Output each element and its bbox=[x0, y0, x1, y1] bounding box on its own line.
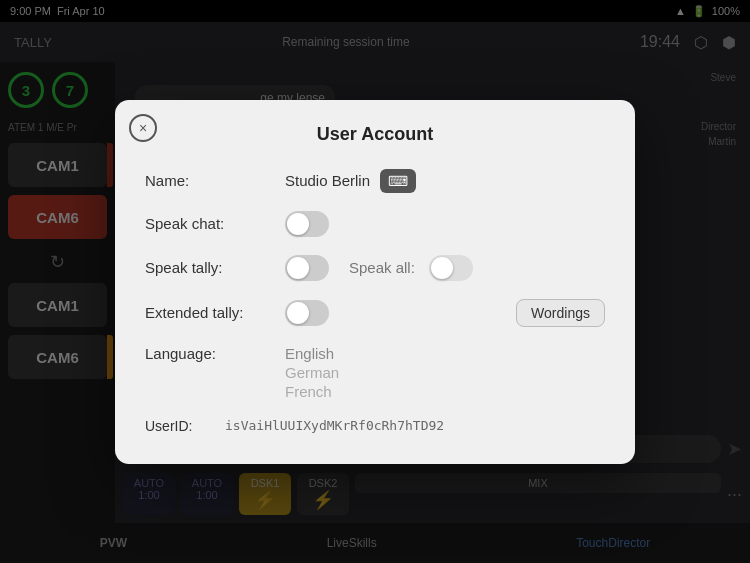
keyboard-button[interactable]: ⌨ bbox=[380, 169, 416, 193]
speak-all-toggle[interactable] bbox=[429, 255, 473, 281]
lang-german[interactable]: German bbox=[285, 364, 339, 381]
ext-tally-right: Wordings bbox=[516, 299, 605, 327]
name-row: Name: Studio Berlin ⌨ bbox=[145, 169, 605, 193]
user-account-modal: × User Account Name: Studio Berlin ⌨ Spe… bbox=[115, 100, 635, 464]
language-options: English German French bbox=[285, 345, 339, 400]
language-row: Language: English German French bbox=[145, 345, 605, 400]
speak-tally-label: Speak tally: bbox=[145, 259, 285, 276]
lang-english[interactable]: English bbox=[285, 345, 339, 362]
extended-tally-label: Extended tally: bbox=[145, 304, 285, 321]
speak-all-group: Speak all: bbox=[349, 255, 473, 281]
speak-all-label: Speak all: bbox=[349, 259, 415, 276]
name-value: Studio Berlin bbox=[285, 172, 370, 189]
extended-tally-toggle[interactable] bbox=[285, 300, 329, 326]
speak-chat-toggle[interactable] bbox=[285, 211, 329, 237]
modal-close-button[interactable]: × bbox=[129, 114, 157, 142]
speak-chat-row: Speak chat: bbox=[145, 211, 605, 237]
wordings-button[interactable]: Wordings bbox=[516, 299, 605, 327]
speak-chat-label: Speak chat: bbox=[145, 215, 285, 232]
name-label: Name: bbox=[145, 172, 285, 189]
close-icon: × bbox=[139, 120, 147, 136]
speak-tally-toggle[interactable] bbox=[285, 255, 329, 281]
ext-tally-left: Extended tally: bbox=[145, 300, 516, 326]
keyboard-icon: ⌨ bbox=[388, 173, 408, 189]
modal-overlay: × User Account Name: Studio Berlin ⌨ Spe… bbox=[0, 0, 750, 563]
lang-french[interactable]: French bbox=[285, 383, 339, 400]
userid-value: isVaiHlUUIXydMKrRf0cRh7hTD92 bbox=[225, 418, 444, 433]
speak-tally-row: Speak tally: Speak all: bbox=[145, 255, 605, 281]
userid-label: UserID: bbox=[145, 418, 225, 434]
userid-row: UserID: isVaiHlUUIXydMKrRf0cRh7hTD92 bbox=[145, 418, 605, 434]
extended-tally-row: Extended tally: Wordings bbox=[145, 299, 605, 327]
modal-title: User Account bbox=[145, 124, 605, 145]
language-label: Language: bbox=[145, 345, 285, 362]
